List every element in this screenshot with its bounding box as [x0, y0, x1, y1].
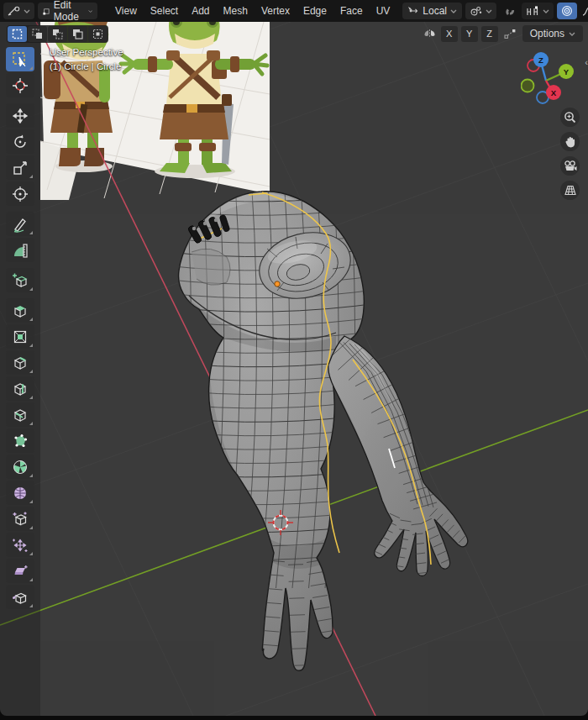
select-subtract-button[interactable] [48, 26, 67, 42]
transform-orientation-dropdown[interactable]: Local [402, 3, 462, 19]
orientation-icon [407, 6, 419, 16]
viewport-info-overlay: User Perspective (1) Circle | Circle [50, 45, 123, 74]
pan-hand-icon [564, 135, 576, 148]
zoom-button[interactable] [560, 108, 580, 127]
tool-cursor-button[interactable] [6, 73, 34, 97]
select-set-button[interactable] [8, 26, 27, 42]
menu-vertex[interactable]: Vertex [255, 3, 296, 19]
tool-add-cube-button[interactable] [6, 268, 34, 292]
tool-inset-button[interactable] [6, 324, 34, 349]
select-extend-button[interactable] [28, 26, 47, 42]
vertex-mode-icon [43, 6, 50, 17]
gizmo-neg-y-ball[interactable] [522, 80, 534, 92]
viewport-header: Edit Mode View [0, 0, 588, 22]
active-object-label: (1) Circle | Circle [50, 60, 123, 74]
menu-edge[interactable]: Edge [297, 3, 333, 19]
gizmo-z-ball[interactable]: Z [533, 52, 549, 67]
proportional-editing-icon [561, 5, 573, 17]
chevron-down-icon [486, 9, 492, 13]
svg-text:Z: Z [538, 55, 543, 65]
falloff-curve-icon [582, 6, 588, 17]
mirror-y-button[interactable]: Y [461, 26, 478, 42]
navigation-gizmo[interactable]: Z Y X [521, 47, 581, 108]
menu-face[interactable]: Face [334, 3, 369, 19]
proportional-falloff-dropdown[interactable] [579, 3, 588, 19]
blender-window: Edit Mode View [0, 0, 588, 720]
orientation-label: Local [423, 5, 447, 17]
svg-text:Y: Y [564, 67, 570, 76]
menu-mesh[interactable]: Mesh [218, 3, 254, 19]
perspective-grid-icon [564, 185, 577, 196]
zoom-icon [564, 111, 576, 124]
tool-move-button[interactable] [6, 103, 34, 128]
chevron-down-icon [543, 9, 549, 13]
mesh-options-cluster: X Y Z Options [423, 25, 583, 42]
select-intersect-button[interactable] [88, 26, 108, 42]
mirror-icon [423, 28, 438, 39]
snap-toggle-button[interactable] [500, 3, 520, 19]
editor-type-button[interactable] [3, 3, 34, 19]
menu-add[interactable]: Add [186, 3, 215, 19]
pivot-point-dropdown[interactable] [465, 3, 496, 19]
camera-view-icon [564, 160, 577, 171]
tool-scale-button[interactable] [6, 155, 34, 180]
tool-rotate-button[interactable] [6, 129, 34, 154]
gizmo-y-ball[interactable]: Y [559, 64, 574, 79]
perspective-toggle-button[interactable] [560, 181, 580, 200]
pan-button[interactable] [560, 132, 580, 151]
select-intersect-icon [92, 29, 103, 39]
chevron-down-icon [24, 9, 30, 13]
proportional-editing-toggle[interactable] [557, 3, 577, 19]
mode-label: Edit Mode [54, 0, 85, 23]
snap-with-dropdown[interactable] [522, 3, 554, 19]
tool-poly-build-button[interactable] [6, 428, 34, 453]
pivot-point-icon [470, 6, 482, 17]
mode-dropdown[interactable]: Edit Mode [38, 3, 97, 19]
tool-annotate-button[interactable] [6, 212, 34, 236]
snap-with-icon [526, 6, 539, 17]
camera-view-button[interactable] [560, 156, 580, 176]
tool-bevel-button[interactable] [6, 350, 34, 375]
window-edge [0, 716, 588, 720]
origin-dot [275, 281, 280, 286]
editor-3d-viewport-icon [8, 6, 20, 17]
sidebar-toggle-arrow[interactable]: ‹ [585, 57, 588, 67]
mirror-z-button[interactable]: Z [481, 26, 498, 42]
menu-uv[interactable]: UV [370, 3, 396, 19]
tool-rip-region-button[interactable] [6, 585, 34, 609]
tool-knife-button[interactable] [6, 402, 34, 427]
gizmo-x-ball[interactable]: X [546, 85, 561, 100]
tool-smooth-button[interactable] [6, 481, 34, 505]
tool-spin-button[interactable] [6, 455, 34, 479]
select-invert-icon [72, 29, 83, 39]
select-invert-button[interactable] [68, 26, 87, 42]
menu-view[interactable]: View [109, 3, 143, 19]
magnet-icon [504, 5, 516, 17]
tool-tweak-button[interactable] [6, 47, 34, 71]
chevron-down-icon [450, 9, 457, 13]
select-extend-icon [32, 29, 43, 39]
view-perspective-label: User Perspective [50, 45, 123, 60]
chevron-down-icon [569, 32, 575, 36]
select-set-icon [12, 29, 23, 39]
select-subtract-icon [52, 29, 63, 39]
tool-shear-button[interactable] [6, 559, 34, 583]
tool-loop-cut-button[interactable] [6, 376, 34, 401]
3d-viewport[interactable]: X Y Z Options User Perspective (1) Circl… [0, 22, 588, 716]
menu-select[interactable]: Select [144, 3, 184, 19]
tool-transform-button[interactable] [6, 181, 34, 206]
frog-mesh[interactable] [161, 183, 468, 670]
tool-edge-slide-button[interactable] [6, 507, 34, 531]
menu-bar: View Select Add Mesh Vertex Edge Face UV [109, 3, 396, 19]
tool-shrink-fatten-button[interactable] [6, 533, 34, 557]
options-dropdown[interactable]: Options [522, 25, 583, 42]
tool-shelf [6, 47, 36, 609]
options-label: Options [530, 28, 564, 39]
viewport-canvas[interactable] [0, 22, 588, 716]
symmetry-snap-icon [503, 28, 517, 39]
tool-extrude-button[interactable] [6, 298, 34, 323]
svg-text:X: X [551, 88, 557, 97]
tool-measure-button[interactable] [6, 238, 34, 262]
chevron-down-icon [88, 9, 92, 13]
mirror-x-button[interactable]: X [441, 26, 458, 42]
